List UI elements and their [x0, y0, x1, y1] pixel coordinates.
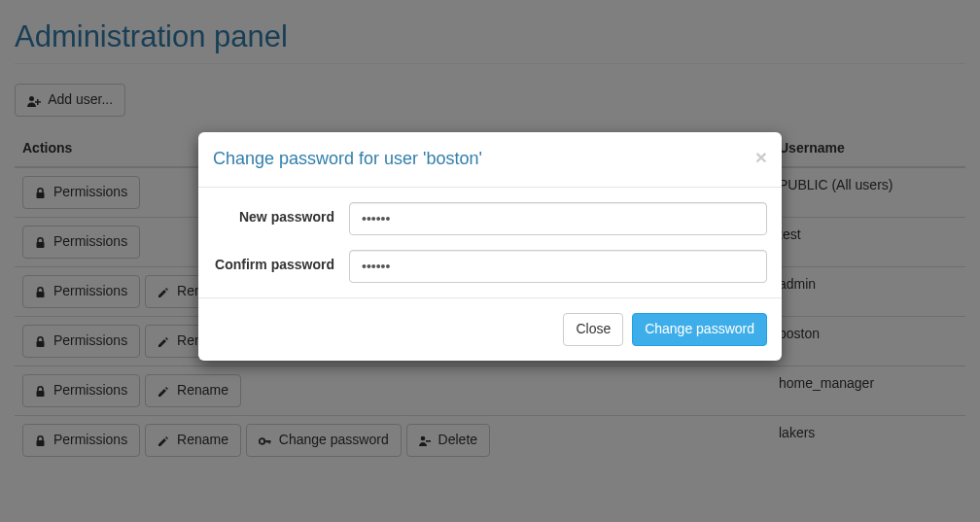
modal-title: Change password for user 'boston'	[213, 147, 767, 172]
new-password-input[interactable]	[349, 202, 767, 235]
change-password-modal: Change password for user 'boston' × New …	[198, 132, 782, 361]
confirm-password-label: Confirm password	[213, 250, 349, 272]
close-button[interactable]: Close	[563, 313, 623, 346]
confirm-password-input[interactable]	[349, 250, 767, 283]
new-password-label: New password	[213, 202, 349, 225]
close-icon[interactable]: ×	[755, 147, 767, 167]
change-password-submit-button[interactable]: Change password	[632, 313, 767, 346]
